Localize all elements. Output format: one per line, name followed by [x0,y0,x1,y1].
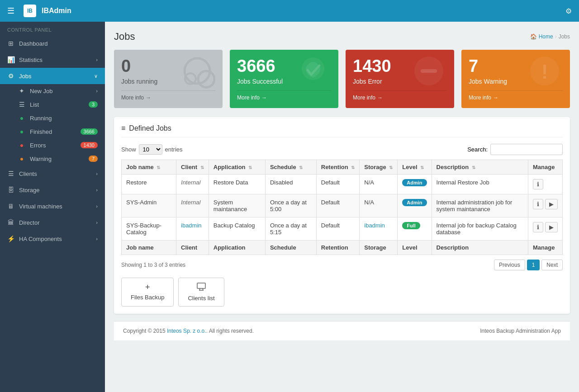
col-description[interactable]: Description [432,240,528,255]
chevron-icon: › [96,171,98,176]
table-controls: Show 10 25 50 100 entries Search: [121,144,563,155]
sidebar-item-dashboard[interactable]: ⊞ Dashboard [0,35,105,52]
monitor-icon [197,283,206,293]
sidebar-item-label: Clients [19,170,37,177]
table-showing-text: Showing 1 to 3 of 3 entries [121,262,185,268]
play-button[interactable]: ▶ [545,222,558,232]
sidebar-item-clients[interactable]: ☰ Clients › [0,165,105,182]
cell-level: Full [398,217,432,240]
entries-label: entries [165,146,183,153]
sidebar-item-list[interactable]: ☰ List 3 [14,98,105,111]
home-icon: 🏠 [530,33,537,40]
show-label: Show [121,146,136,153]
sidebar-item-label: Running [30,115,52,122]
warning-badge: 7 [89,156,98,162]
error-stat-icon [411,53,447,96]
stat-cards: 0 Jobs running More info → 3666 Jobs S [114,50,570,108]
sidebar-item-jobs[interactable]: ⚙ Jobs ∨ [0,68,105,84]
manage-buttons: ℹ ▶ [533,199,558,209]
stat-card-running: 0 Jobs running More info → [114,50,223,108]
sidebar-item-running[interactable]: ● Running [14,111,105,125]
files-backup-button[interactable]: + Files Backup [121,278,174,307]
col-job-name[interactable]: Job name ⇅ [122,160,176,174]
running-stat-icon [179,53,215,96]
col-schedule[interactable]: Schedule [265,240,316,255]
col-level[interactable]: Level ⇅ [398,160,432,174]
next-page-button[interactable]: Next [541,260,563,270]
col-client[interactable]: Client [176,240,209,255]
col-application[interactable]: Application ⇅ [209,160,265,174]
director-icon: 🏛 [7,219,14,226]
col-level[interactable]: Level [398,240,432,255]
sidebar-item-ha-components[interactable]: ⚡ HA Components › [0,231,105,247]
current-page-button[interactable]: 1 [527,260,540,270]
sidebar-item-label: Jobs [19,73,31,80]
sidebar-item-label: List [30,101,39,108]
arrow-icon: → [261,94,267,101]
client-link[interactable]: ibadmin [181,222,202,229]
sidebar-item-director[interactable]: 🏛 Director › [0,214,105,231]
jobs-table: Job name ⇅ Client ⇅ Application ⇅ Sche [121,160,563,255]
hamburger-button[interactable]: ☰ [7,6,14,16]
ha-icon: ⚡ [7,235,14,242]
sidebar-item-label: Dashboard [19,40,48,47]
sidebar-item-storage[interactable]: 🗄 Storage › [0,182,105,198]
sidebar-item-label: Virtual machines [19,203,62,210]
clients-list-label: Clients list [188,295,214,302]
successful-stat-icon [295,53,331,96]
sidebar-item-virtual-machines[interactable]: 🖥 Virtual machines › [0,198,105,214]
play-button[interactable]: ▶ [545,199,558,209]
more-info-successful[interactable]: More info [237,94,260,101]
level-badge: Full [402,222,420,229]
col-storage[interactable]: Storage ⇅ [360,160,398,174]
col-retention[interactable]: Retention ⇅ [316,160,360,174]
breadcrumb-home[interactable]: Home [539,33,553,40]
sort-icon: ⇅ [157,165,160,170]
col-schedule[interactable]: Schedule ⇅ [265,160,316,174]
stat-card-successful: 3666 Jobs Successful More info → [230,50,338,108]
more-info-error[interactable]: More info [353,94,375,101]
list-badge: 3 [89,101,98,108]
cell-client: Internal [176,194,209,217]
logo-icon: IB [24,5,36,17]
cell-retention: Default [316,174,360,194]
col-client[interactable]: Client ⇅ [176,160,209,174]
cell-description: Internal administration job for system m… [432,194,528,217]
storage-link[interactable]: ibadmin [364,222,385,229]
more-info-warning[interactable]: More info [469,94,491,101]
breadcrumb-separator: › [555,33,557,40]
sidebar-item-statistics[interactable]: 📊 Statistics › [0,52,105,68]
chevron-icon: › [96,88,98,94]
company-link[interactable]: Inteos Sp. z o.o. [167,328,206,334]
previous-page-button[interactable]: Previous [494,260,525,270]
col-application[interactable]: Application [209,240,265,255]
more-info-running[interactable]: More info [121,94,144,101]
info-button[interactable]: ℹ [533,222,543,232]
chevron-icon: › [96,236,98,241]
info-button[interactable]: ℹ [533,199,543,209]
chevron-icon: › [96,187,98,193]
chevron-down-icon: ∨ [94,73,98,79]
table-row: SYS-Backup-Catalog ibadmin Backup Catalo… [122,217,563,240]
page-title: Jobs [114,31,135,43]
sidebar-item-label: Errors [30,142,46,149]
sidebar-item-new-job[interactable]: ✦ New Job › [14,84,105,98]
sidebar-item-finished[interactable]: ● Finished 3666 [14,125,105,138]
col-retention[interactable]: Retention [316,240,360,255]
sidebar-item-warning[interactable]: ● Warning 7 [14,152,105,165]
search-input[interactable] [490,144,563,155]
cell-manage: ℹ [528,174,562,194]
col-description[interactable]: Description ⇅ [432,160,528,174]
cell-level: Admin [398,174,432,194]
app-title: IBAdmin [42,7,71,15]
col-job-name[interactable]: Job name [122,240,176,255]
footer-app-name: Inteos Backup Administration App [480,328,561,334]
col-storage[interactable]: Storage [360,240,398,255]
cell-client: Internal [176,174,209,194]
info-button[interactable]: ℹ [533,179,543,189]
entries-select[interactable]: 10 25 50 100 [139,144,162,155]
stat-card-warning: 7 Jobs Warning ! More info → [461,50,570,108]
clients-list-button[interactable]: Clients list [178,278,224,307]
settings-icon[interactable]: ⚙ [565,7,572,15]
sidebar-item-errors[interactable]: ● Errors 1430 [14,138,105,152]
